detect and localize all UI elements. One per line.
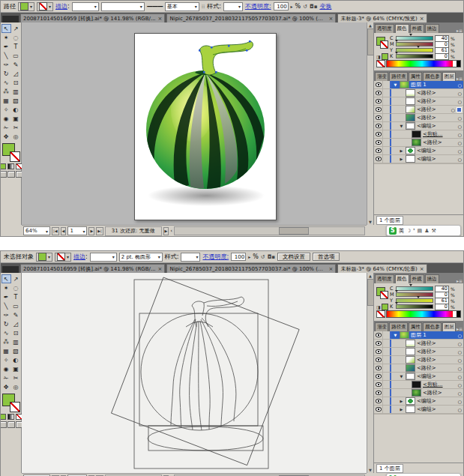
target-circle-icon[interactable]: ○ [458, 132, 462, 137]
stroke-color-control[interactable]: ▾ [37, 2, 53, 11]
sogou-logo-icon[interactable]: S [389, 227, 397, 235]
layer-row-content[interactable]: <路径>○ [391, 356, 463, 364]
panel-fill-stroke[interactable] [376, 37, 388, 49]
lasso-tool[interactable]: ◌ [11, 283, 21, 292]
zoom-tool[interactable]: ◎ [11, 382, 21, 391]
panel-tab-active[interactable]: 颜色 [395, 24, 409, 33]
scale-tool[interactable]: ◿ [11, 319, 21, 328]
layer-row-content[interactable]: <路径>○ [391, 389, 463, 397]
rectangle-tool[interactable]: ▭ [11, 301, 21, 310]
target-circle-icon[interactable]: ○ [458, 91, 462, 96]
style-select[interactable]: ▾ [223, 2, 243, 11]
expand-triangle-icon[interactable]: ▶ [399, 407, 404, 412]
web-color-cube-icon[interactable]: ◨ [376, 304, 388, 310]
layer-row[interactable]: <路径>○ [374, 348, 463, 356]
panel-tab-inactive[interactable]: 颜色参 [423, 72, 441, 81]
visibility-eye-icon[interactable] [374, 364, 383, 372]
paintbrush-tool[interactable]: ✑ [1, 60, 11, 69]
wrench-icon[interactable]: ⚒ [431, 228, 436, 234]
target-circle-icon[interactable]: ○ [458, 382, 462, 388]
layer-row-content[interactable]: <路径>○ [391, 106, 463, 113]
layer-row-content[interactable]: <路径>○ [391, 340, 463, 347]
layer-row-content[interactable]: ▼图层 1○ [391, 81, 463, 88]
layer-row-content[interactable]: ▼<编组>○ [391, 373, 463, 380]
close-icon[interactable]: × [158, 16, 163, 22]
lock-column[interactable] [383, 340, 391, 347]
blend-tool[interactable]: ◐ [11, 355, 21, 364]
live-paint-bucket-tool[interactable]: ◉ [1, 364, 11, 373]
lock-column[interactable] [383, 356, 391, 364]
rotate-tool[interactable]: ↻ [1, 69, 11, 78]
fill-stroke-widget[interactable] [2, 394, 20, 412]
slider-thumb-icon[interactable] [395, 40, 398, 42]
lock-column[interactable] [383, 364, 391, 372]
first-page-button[interactable]: |◀ [52, 227, 59, 235]
layer-row[interactable]: <剪贴...○ [374, 130, 463, 139]
panel-tab-inactive[interactable]: 透明度 [375, 274, 394, 283]
panel-tab-inactive[interactable]: 外观 [410, 24, 424, 33]
panel-menu-icon[interactable]: ▸≡ [457, 28, 463, 33]
symbol-sprayer-tool[interactable]: ⁂ [1, 337, 11, 346]
fill-stroke-widget[interactable] [2, 143, 20, 162]
artboard[interactable] [134, 33, 277, 220]
slider-thumb-icon[interactable] [409, 284, 412, 286]
fill-color-control[interactable]: ▾ [36, 253, 52, 262]
visibility-eye-icon[interactable] [374, 106, 383, 113]
zoom-level-select[interactable]: 64%▾ [23, 226, 50, 235]
graph-tool[interactable]: ▥ [11, 87, 21, 96]
brush-select[interactable]: 2 pt. 椭圆形▾ [119, 253, 163, 262]
panel-fill-stroke[interactable] [376, 287, 388, 299]
watermelon-artwork[interactable] [135, 34, 276, 220]
document-setup-button[interactable]: 文档设置 [277, 253, 310, 261]
stroke-weight-select[interactable]: ▾ [72, 2, 99, 11]
vertical-scrollbar[interactable]: ▲ ▼ [367, 273, 373, 473]
channel-value[interactable]: 0 [435, 53, 449, 60]
magic-wand-tool[interactable]: ✶ [1, 33, 11, 42]
gradient-tool[interactable]: ▧ [11, 96, 21, 105]
lock-column[interactable] [383, 331, 391, 339]
visibility-eye-icon[interactable] [374, 356, 383, 364]
reset-icon[interactable]: ↺ [261, 254, 265, 260]
moon-icon[interactable]: ☽ [406, 228, 411, 234]
layer-row[interactable]: ▶<编组>○ [374, 155, 463, 163]
none-swatch[interactable] [376, 310, 385, 318]
target-circle-icon[interactable]: ○ [458, 115, 462, 121]
line-segment-tool[interactable]: ╲ [1, 301, 11, 310]
magic-wand-tool[interactable]: ✶ [1, 283, 11, 292]
panel-tab-inactive[interactable]: 路径查 [389, 72, 407, 81]
scroll-down-icon[interactable]: ▼ [369, 467, 372, 473]
panel-tab-inactive[interactable]: 渐变 [375, 322, 388, 331]
visibility-eye-icon[interactable] [374, 89, 383, 97]
flyout-icon[interactable]: ◘▪ [268, 254, 275, 260]
panel-tab-inactive[interactable]: 渐变 [375, 72, 388, 81]
lasso-tool[interactable]: ◌ [11, 33, 21, 42]
visibility-eye-icon[interactable] [374, 406, 383, 413]
layer-row-content[interactable]: ▶<编组>○ [391, 406, 463, 413]
graph-tool[interactable]: ▥ [11, 337, 21, 346]
opacity-link[interactable]: 不透明度: [245, 3, 271, 10]
live-paint-selection-tool[interactable]: ▣ [11, 364, 21, 373]
layer-row[interactable]: ▼图层 1○ [374, 331, 463, 340]
layer-row[interactable]: <剪贴...○ [374, 381, 463, 389]
selection-tool[interactable]: ↖ [1, 24, 11, 33]
mesh-tool[interactable]: ▦ [1, 346, 11, 355]
live-paint-selection-tool[interactable]: ▣ [11, 114, 21, 123]
panel-menu-icon[interactable]: ▸≡ [457, 76, 463, 81]
target-circle-icon[interactable]: ○ [451, 107, 455, 112]
expand-triangle-icon[interactable]: ▼ [393, 333, 398, 337]
layer-row[interactable]: <路径>○ [374, 364, 463, 373]
close-icon[interactable]: × [329, 16, 334, 22]
stroke-color-box[interactable] [10, 151, 20, 162]
opacity-value[interactable]: 100 [231, 253, 246, 261]
slider-thumb-icon[interactable] [417, 46, 420, 48]
lock-column[interactable] [383, 139, 391, 146]
person-icon[interactable]: ♟ [424, 228, 429, 234]
layer-row[interactable]: <路径>○ [374, 356, 463, 364]
panel-tab-inactive[interactable]: 颜色参 [423, 322, 441, 331]
quote-icon[interactable]: ❜ [413, 228, 415, 234]
layer-row[interactable]: <路径>○ [374, 97, 463, 106]
panel-tab-inactive[interactable]: 属性 [409, 72, 422, 81]
color-mode-button[interactable] [0, 163, 6, 169]
slice-tool[interactable]: ✁ [1, 373, 11, 382]
target-circle-icon[interactable]: ○ [458, 407, 462, 412]
